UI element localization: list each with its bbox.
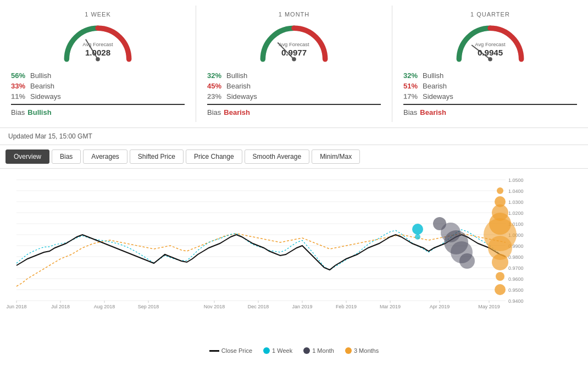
tab-price-change[interactable]: Price Change [186,149,242,164]
chart-svg: 1.05001.04001.03001.02001.01001.00000.99… [5,174,555,317]
gauge-title-quarter: 1 QUARTER [470,11,510,18]
stats-quarter: 32% Bullish 51% Bearish 17% Sideways Bia… [403,71,577,117]
svg-text:Feb 2019: Feb 2019 [336,304,357,309]
tab-minim/max[interactable]: Minim/Max [312,149,360,164]
legend-label-1-week: 1 Week [272,347,292,354]
stats-month: 32% Bullish 45% Bearish 23% Sideways Bia… [207,71,381,117]
svg-point-49 [492,254,508,270]
tab-overview[interactable]: Overview [5,149,49,164]
updated-bar: Updated Mar 15, 15:00 GMT [0,128,588,145]
legend-close-price: Close Price [209,347,252,354]
svg-text:Jan 2019: Jan 2019 [292,304,312,309]
svg-text:Nov 2018: Nov 2018 [204,304,225,309]
svg-point-1 [96,57,100,62]
svg-point-51 [495,284,506,295]
svg-text:0.9500: 0.9500 [508,287,524,293]
tab-shifted-price[interactable]: Shifted Price [130,149,184,164]
svg-text:Avg Forecast: Avg Forecast [475,41,506,47]
svg-text:0.9400: 0.9400 [508,298,524,304]
svg-point-42 [459,253,475,269]
svg-text:0.9700: 0.9700 [508,265,524,271]
svg-text:1.0400: 1.0400 [508,188,524,194]
svg-text:Aug 2018: Aug 2018 [94,304,115,309]
tab-smooth-average[interactable]: Smooth Average [245,149,310,164]
svg-text:May 2019: May 2019 [478,304,500,309]
legend-label-1-month: 1 Month [312,347,334,354]
svg-point-5 [292,57,296,62]
svg-text:Mar 2019: Mar 2019 [380,304,401,309]
legend-1-week: 1 Week [263,347,292,354]
legend-1-month: 1 Month [303,347,334,354]
svg-text:0.9945: 0.9945 [478,48,503,57]
svg-text:1.0200: 1.0200 [508,210,524,216]
svg-text:Apr 2019: Apr 2019 [430,304,450,309]
svg-point-43 [497,187,503,194]
tab-averages[interactable]: Averages [83,149,127,164]
tab-bar: OverviewBiasAveragesShifted PricePrice C… [0,145,588,169]
svg-text:0.9600: 0.9600 [508,276,524,282]
gauge-panel-month: 1 MONTH Avg Forecast 0.9977 32% Bullish … [196,5,392,122]
svg-text:Jul 2018: Jul 2018 [51,304,70,309]
svg-text:Avg Forecast: Avg Forecast [279,41,309,47]
svg-point-36 [412,224,423,235]
gauge-title-month: 1 MONTH [279,11,310,18]
svg-text:1.0300: 1.0300 [508,199,524,205]
chart-area: 1.05001.04001.03001.02001.01001.00000.99… [0,169,588,345]
legend-3-months: 3 Months [345,347,379,354]
svg-text:Dec 2018: Dec 2018 [248,304,269,309]
stats-week: 56% Bullish 33% Bearish 11% Sideways Bia… [11,71,185,117]
legend-icon-1-month [303,347,310,354]
svg-point-37 [415,234,420,240]
svg-text:0.9800: 0.9800 [508,254,524,260]
gauge-panel-quarter: 1 QUARTER Avg Forecast 0.9945 32% Bullis… [392,5,588,122]
legend-icon-3-months [345,347,352,354]
svg-text:1.0028: 1.0028 [85,48,110,57]
legend-label-3-months: 3 Months [354,347,379,354]
svg-text:Jun 2018: Jun 2018 [6,304,26,309]
svg-point-9 [488,57,492,62]
legend-icon-close-price [209,350,219,352]
svg-point-50 [496,272,504,281]
svg-text:Sep 2018: Sep 2018 [138,304,159,309]
svg-text:Avg Forecast: Avg Forecast [82,41,113,47]
svg-text:1.0500: 1.0500 [508,178,524,183]
legend-icon-1-week [263,347,270,354]
tab-bias[interactable]: Bias [52,149,81,164]
legend-bar: Close Price1 Week1 Month3 Months [0,345,588,356]
svg-text:0.9977: 0.9977 [281,48,307,57]
gauge-title-week: 1 WEEK [85,11,111,18]
legend-label-close-price: Close Price [221,347,252,354]
gauge-panel-week: 1 WEEK Avg Forecast 1.0028 56% Bullish 3… [0,5,196,122]
top-section: 1 WEEK Avg Forecast 1.0028 56% Bullish 3… [0,0,588,128]
